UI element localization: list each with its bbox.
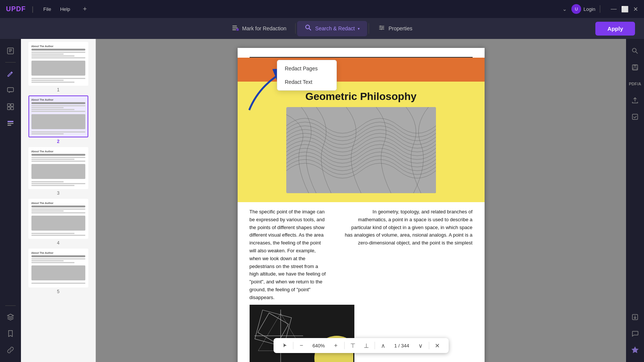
l	[31, 82, 74, 83]
svg-rect-2	[232, 29, 236, 30]
pdfa-label: PDF/A	[629, 82, 641, 86]
next-page-button[interactable]: ∨	[415, 340, 426, 351]
thumb-lines	[31, 105, 85, 134]
thumb-img-block	[31, 216, 85, 231]
redact-text-item[interactable]: Redact Text	[277, 75, 336, 89]
zoom-in-button[interactable]: +	[331, 340, 341, 351]
fit-bottom-button[interactable]: ⊥	[361, 340, 372, 351]
prev-page-button[interactable]: ∧	[378, 340, 388, 351]
toolbar-separator-2	[369, 23, 369, 34]
menu-help[interactable]: Help	[57, 5, 74, 13]
sidebar-item-link[interactable]	[3, 343, 18, 358]
zoom-out-button[interactable]: −	[296, 340, 307, 351]
thumb-line	[31, 206, 85, 207]
thumb-img-3[interactable]: About The Author	[28, 147, 88, 189]
l	[31, 55, 74, 57]
thumb-img-block	[31, 265, 85, 280]
svg-rect-21	[7, 121, 13, 122]
page-number-4: 4	[57, 240, 59, 246]
l	[31, 258, 85, 259]
svg-rect-37	[634, 65, 637, 67]
dropdown-chevron-icon: ▾	[358, 27, 360, 31]
properties-icon	[378, 24, 385, 33]
search-redact-button[interactable]: Search & Redact ▾	[297, 21, 367, 36]
add-tab-button[interactable]: +	[80, 4, 90, 14]
l	[31, 233, 74, 234]
thumb-line	[31, 102, 85, 104]
minimize-button[interactable]: —	[611, 6, 617, 13]
thumb-img-2[interactable]: About The Author	[28, 95, 88, 137]
login-button[interactable]: U Login	[571, 4, 595, 14]
l	[31, 159, 74, 160]
l	[31, 78, 85, 79]
right-upload-button[interactable]	[628, 93, 643, 108]
page-thumb-2[interactable]: About The Author 2	[24, 95, 92, 144]
divider	[293, 342, 293, 349]
page-thumb-4[interactable]: About The Author 4	[24, 199, 92, 246]
right-search-button[interactable]	[628, 43, 643, 58]
svg-rect-19	[7, 107, 10, 110]
page-right-text: In geometry, topology, and related branc…	[332, 202, 485, 302]
titlebar-actions: ⌄ U Login — ⬜ ✕	[562, 4, 638, 14]
sidebar-item-edit[interactable]	[3, 66, 18, 81]
page-black-img	[250, 305, 354, 362]
page-panel: About The Author 1	[21, 39, 96, 362]
apply-button[interactable]: Apply	[595, 22, 635, 36]
sidebar-item-bookmark[interactable]	[3, 326, 18, 341]
right-download-button[interactable]	[628, 310, 643, 325]
toolbar-separator	[295, 23, 296, 34]
l	[31, 57, 85, 58]
menu-file[interactable]: File	[40, 5, 55, 13]
right-chat-button[interactable]	[628, 326, 643, 341]
svg-rect-17	[7, 104, 10, 106]
sidebar-item-organize[interactable]	[3, 99, 18, 114]
chevron-down-icon[interactable]: ⌄	[562, 6, 567, 12]
svg-rect-20	[11, 107, 13, 110]
redact-pages-item[interactable]: Redact Pages	[277, 62, 336, 75]
sidebar-item-redact[interactable]	[3, 116, 18, 131]
close-bottom-bar-button[interactable]: ✕	[432, 340, 443, 351]
right-save-button[interactable]	[628, 60, 643, 75]
fit-top-button[interactable]: ⊤	[348, 340, 358, 351]
svg-rect-12	[7, 48, 13, 54]
page-thumb-5[interactable]: About The Author 5	[24, 249, 92, 294]
thumb-title-3: About The Author	[31, 150, 85, 153]
cursor-tool-button[interactable]	[280, 340, 290, 351]
page-body: The specific point of the image can be e…	[238, 202, 485, 302]
l	[31, 283, 85, 284]
zoom-level: 640%	[310, 343, 328, 349]
right-check-button[interactable]	[628, 109, 643, 124]
svg-rect-23	[7, 125, 11, 126]
sidebar-item-layers[interactable]	[3, 310, 18, 325]
l	[31, 260, 64, 261]
login-label: Login	[583, 6, 595, 12]
close-button[interactable]: ✕	[633, 6, 638, 13]
svg-line-5	[309, 28, 311, 30]
window-controls: — ⬜ ✕	[611, 6, 638, 13]
thumb-img-block	[31, 114, 85, 129]
bottom-bar: − 640% + ⊤ ⊥ ∧ 1 / 344 ∨ ✕	[274, 338, 449, 353]
thumb-img-4[interactable]: About The Author	[28, 199, 88, 239]
page-number-2: 2	[57, 139, 59, 144]
l	[31, 183, 85, 184]
mark-for-redaction-button[interactable]: Mark for Redaction	[224, 21, 294, 36]
thumb-img-5[interactable]: About The Author	[28, 249, 88, 288]
l	[31, 111, 85, 112]
sidebar-item-read[interactable]	[3, 43, 18, 58]
svg-rect-1	[232, 27, 238, 28]
toolbar-group: Mark for Redaction Search & Redact ▾	[224, 21, 420, 36]
right-star-button[interactable]	[628, 343, 643, 358]
svg-point-9	[380, 25, 381, 27]
l	[31, 157, 85, 158]
right-pdfa-button[interactable]: PDF/A	[628, 76, 643, 91]
page-thumb-3[interactable]: About The Author 3	[24, 147, 92, 196]
svg-rect-3	[236, 28, 239, 31]
l	[31, 52, 85, 53]
maximize-button[interactable]: ⬜	[621, 6, 629, 13]
geometric-image	[286, 107, 436, 193]
thumb-img-1[interactable]: About The Author	[28, 42, 88, 86]
sidebar-item-comment[interactable]	[3, 83, 18, 98]
properties-button[interactable]: Properties	[370, 21, 420, 36]
toolbar: Mark for Redaction Search & Redact ▾	[0, 18, 644, 39]
page-thumb-1[interactable]: About The Author 1	[24, 42, 92, 92]
